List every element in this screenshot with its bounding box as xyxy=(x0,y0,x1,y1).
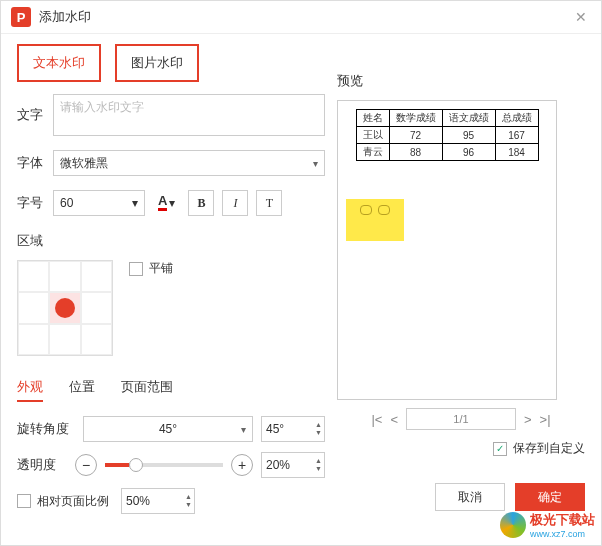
cancel-button[interactable]: 取消 xyxy=(435,483,505,511)
tile-checkbox[interactable]: 平铺 xyxy=(129,260,173,277)
save-custom-checkbox[interactable]: ✓ 保存到自定义 xyxy=(493,440,585,457)
relative-spinner[interactable]: 50% ▲▼ xyxy=(121,488,195,514)
page-first-button[interactable]: |< xyxy=(371,412,382,427)
page-prev-button[interactable]: < xyxy=(390,412,398,427)
save-custom-label: 保存到自定义 xyxy=(513,440,585,457)
text-label: 文字 xyxy=(17,106,53,124)
brand-icon xyxy=(500,512,526,538)
rotate-spin-value: 45° xyxy=(266,422,284,436)
tile-label: 平铺 xyxy=(149,260,173,277)
pos-center[interactable] xyxy=(49,292,80,323)
fontsize-value: 60 xyxy=(60,196,73,210)
checkbox-checked-icon: ✓ xyxy=(493,442,507,456)
preview-label: 预览 xyxy=(337,72,585,90)
checkbox-icon xyxy=(129,262,143,276)
dialog-title: 添加水印 xyxy=(39,8,575,26)
position-grid[interactable] xyxy=(17,260,113,356)
italic-button[interactable]: I xyxy=(222,190,248,216)
spin-up-icon[interactable]: ▲ xyxy=(315,421,322,429)
titlebar: P 添加水印 ✕ xyxy=(1,1,601,34)
font-color-button[interactable]: A ▾ xyxy=(153,190,180,216)
pos-ml[interactable] xyxy=(18,292,49,323)
pos-bl[interactable] xyxy=(18,324,49,355)
pos-tl[interactable] xyxy=(18,261,49,292)
text-effect-button[interactable]: T xyxy=(256,190,282,216)
opacity-label: 透明度 xyxy=(17,456,75,474)
pos-tr[interactable] xyxy=(81,261,112,292)
subtab-position[interactable]: 位置 xyxy=(69,378,95,402)
brand-watermark: 极光下载站 www.xz7.com xyxy=(500,511,595,539)
chevron-down-icon: ▾ xyxy=(241,424,246,435)
relative-scale-checkbox[interactable]: 相对页面比例 xyxy=(17,493,109,510)
font-select[interactable]: 微软雅黑 ▾ xyxy=(53,150,325,176)
opacity-increase-button[interactable]: + xyxy=(231,454,253,476)
preview-table: 姓名 数学成绩 语文成绩 总成绩 王以 72 95 167 青云 88 xyxy=(356,109,539,161)
tab-text-watermark[interactable]: 文本水印 xyxy=(17,44,101,82)
preview-area: 姓名 数学成绩 语文成绩 总成绩 王以 72 95 167 青云 88 xyxy=(337,100,557,400)
chevron-down-icon: ▾ xyxy=(132,196,138,210)
chevron-down-icon: ▾ xyxy=(313,158,318,169)
spin-up-icon[interactable]: ▲ xyxy=(185,493,192,501)
page-last-button[interactable]: >| xyxy=(540,412,551,427)
chevron-down-icon: ▾ xyxy=(169,196,175,210)
opacity-decrease-button[interactable]: − xyxy=(75,454,97,476)
pos-tc[interactable] xyxy=(49,261,80,292)
rotate-select[interactable]: 45° ▾ xyxy=(83,416,253,442)
spin-down-icon[interactable]: ▼ xyxy=(315,465,322,473)
brand-name: 极光下载站 xyxy=(530,511,595,529)
spin-up-icon[interactable]: ▲ xyxy=(315,457,322,465)
font-label: 字体 xyxy=(17,154,53,172)
size-label: 字号 xyxy=(17,194,53,212)
pos-bc[interactable] xyxy=(49,324,80,355)
slider-track xyxy=(105,463,129,467)
brand-url: www.xz7.com xyxy=(530,529,595,539)
position-dot-icon xyxy=(55,298,75,318)
pos-br[interactable] xyxy=(81,324,112,355)
font-color-icon: A xyxy=(158,195,167,211)
opacity-spinner[interactable]: 20% ▲▼ xyxy=(261,452,325,478)
rotate-label: 旋转角度 xyxy=(17,420,75,438)
pos-mr[interactable] xyxy=(81,292,112,323)
watermark-text-input[interactable]: 请输入水印文字 xyxy=(53,94,325,136)
slider-thumb[interactable] xyxy=(129,458,143,472)
close-icon[interactable]: ✕ xyxy=(575,9,591,25)
page-number[interactable]: 1/1 xyxy=(406,408,516,430)
subtab-range[interactable]: 页面范围 xyxy=(121,378,173,402)
opacity-value: 20% xyxy=(266,458,290,472)
checkbox-icon xyxy=(17,494,31,508)
pager: |< < 1/1 > >| xyxy=(337,408,585,430)
spin-down-icon[interactable]: ▼ xyxy=(185,501,192,509)
relative-label: 相对页面比例 xyxy=(37,493,109,510)
relative-value: 50% xyxy=(126,494,150,508)
app-logo: P xyxy=(11,7,31,27)
font-value: 微软雅黑 xyxy=(60,155,108,172)
area-label: 区域 xyxy=(17,232,325,250)
spin-down-icon[interactable]: ▼ xyxy=(315,429,322,437)
fontsize-select[interactable]: 60 ▾ xyxy=(53,190,145,216)
opacity-slider[interactable] xyxy=(105,463,223,467)
ok-button[interactable]: 确定 xyxy=(515,483,585,511)
rotate-value: 45° xyxy=(159,422,177,436)
bold-button[interactable]: B xyxy=(188,190,214,216)
preview-image xyxy=(346,199,404,241)
tab-image-watermark[interactable]: 图片水印 xyxy=(115,44,199,82)
rotate-spinner[interactable]: 45° ▲▼ xyxy=(261,416,325,442)
subtab-appearance[interactable]: 外观 xyxy=(17,378,43,402)
page-next-button[interactable]: > xyxy=(524,412,532,427)
